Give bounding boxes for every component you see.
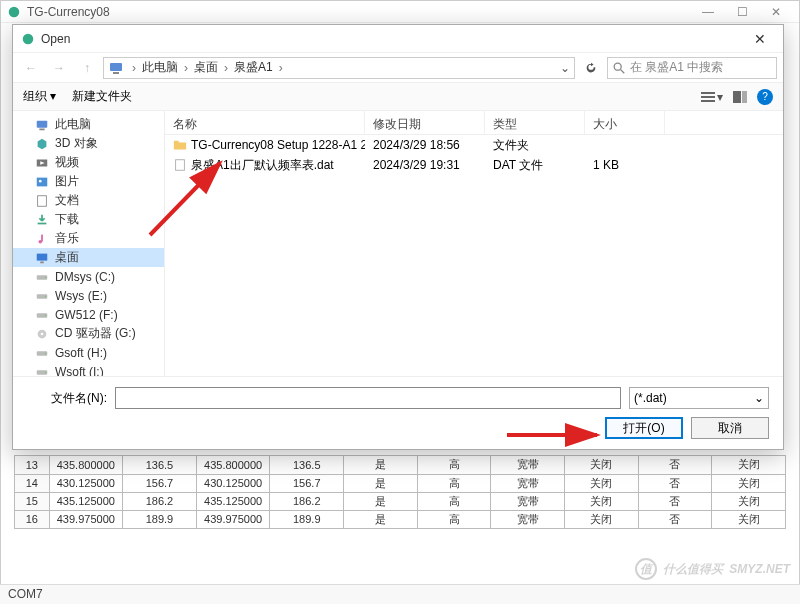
video-icon bbox=[35, 156, 49, 170]
svg-rect-16 bbox=[38, 195, 47, 206]
tree-item-pics[interactable]: 图片 bbox=[13, 172, 164, 191]
drive-icon bbox=[35, 346, 49, 360]
col-date[interactable]: 修改日期 bbox=[365, 111, 485, 134]
app-icon bbox=[7, 5, 21, 19]
tree-item-docs[interactable]: 文档 bbox=[13, 191, 164, 210]
dl-icon bbox=[35, 213, 49, 227]
tree-item-pc[interactable]: 此电脑 bbox=[13, 115, 164, 134]
organize-menu[interactable]: 组织 ▾ bbox=[23, 88, 56, 105]
filename-input[interactable] bbox=[115, 387, 621, 409]
channel-table[interactable]: 13435.800000136.5435.800000136.5是高宽带关闭否关… bbox=[14, 455, 786, 529]
svg-rect-21 bbox=[40, 261, 44, 263]
app-icon bbox=[21, 32, 35, 46]
dialog-nav-bar: ← → ↑ › 此电脑 › 桌面 › 泉盛A1 › ⌄ 在 泉盛A1 中搜索 bbox=[13, 53, 783, 83]
col-name[interactable]: 名称 bbox=[165, 111, 365, 134]
table-row[interactable]: 15435.125000186.2435.125000186.2是高宽带关闭否关… bbox=[15, 492, 786, 510]
nav-forward-button[interactable]: → bbox=[47, 57, 71, 79]
crumb-folder[interactable]: 泉盛A1 bbox=[232, 59, 275, 76]
watermark: 值 什么值得买 SMYZ.NET bbox=[635, 558, 790, 580]
docs-icon bbox=[35, 194, 49, 208]
tree-item-desktop[interactable]: 桌面 bbox=[13, 248, 164, 267]
search-input[interactable]: 在 泉盛A1 中搜索 bbox=[607, 57, 777, 79]
search-placeholder: 在 泉盛A1 中搜索 bbox=[630, 59, 723, 76]
maximize-button[interactable]: ☐ bbox=[725, 2, 759, 22]
drive-icon bbox=[35, 308, 49, 322]
tree-item-drive[interactable]: GW512 (F:) bbox=[13, 305, 164, 324]
dialog-toolbar: 组织 ▾ 新建文件夹 ▾ ? bbox=[13, 83, 783, 111]
col-type[interactable]: 类型 bbox=[485, 111, 585, 134]
close-button[interactable]: ✕ bbox=[759, 2, 793, 22]
minimize-button[interactable]: — bbox=[691, 2, 725, 22]
chevron-down-icon: ⌄ bbox=[754, 391, 764, 405]
refresh-icon bbox=[584, 61, 598, 75]
svg-point-31 bbox=[45, 352, 46, 353]
svg-rect-7 bbox=[701, 96, 715, 98]
svg-point-29 bbox=[41, 332, 44, 335]
svg-line-5 bbox=[621, 69, 625, 73]
drive-icon bbox=[35, 270, 49, 284]
tree-item-drive[interactable]: Wsoft (I:) bbox=[13, 362, 164, 376]
table-row[interactable]: 13435.800000136.5435.800000136.5是高宽带关闭否关… bbox=[15, 456, 786, 474]
refresh-button[interactable] bbox=[579, 57, 603, 79]
svg-rect-3 bbox=[113, 72, 119, 74]
nav-back-button[interactable]: ← bbox=[19, 57, 43, 79]
tree-item-cd[interactable]: CD 驱动器 (G:) bbox=[13, 324, 164, 343]
table-row[interactable]: 14430.125000156.7430.125000156.7是高宽带关闭否关… bbox=[15, 474, 786, 492]
folder-tree[interactable]: 此电脑3D 对象视频图片文档下载音乐桌面DMsys (C:)Wsys (E:)G… bbox=[13, 111, 165, 376]
watermark-icon: 值 bbox=[635, 558, 657, 580]
drive-icon bbox=[35, 289, 49, 303]
file-row[interactable]: TG-Currency08 Setup 1228-A1 2024-...2024… bbox=[165, 135, 783, 155]
tree-item-drive[interactable]: DMsys (C:) bbox=[13, 267, 164, 286]
crumb-desktop[interactable]: 桌面 bbox=[192, 59, 220, 76]
filetype-combo[interactable]: (*.dat) ⌄ bbox=[629, 387, 769, 409]
svg-point-15 bbox=[39, 179, 42, 182]
svg-rect-12 bbox=[39, 128, 44, 130]
drive-icon bbox=[35, 365, 49, 377]
tree-item-video[interactable]: 视频 bbox=[13, 153, 164, 172]
svg-rect-19 bbox=[41, 234, 43, 241]
cancel-button[interactable]: 取消 bbox=[691, 417, 769, 439]
file-row[interactable]: 泉盛A1出厂默认频率表.dat2024/3/29 19:31DAT 文件1 KB bbox=[165, 155, 783, 175]
file-icon bbox=[173, 158, 187, 172]
music-icon bbox=[35, 232, 49, 246]
tree-item-drive[interactable]: Gsoft (H:) bbox=[13, 343, 164, 362]
pc-icon bbox=[108, 60, 124, 76]
file-list[interactable]: 名称 修改日期 类型 大小 TG-Currency08 Setup 1228-A… bbox=[165, 111, 783, 376]
svg-rect-20 bbox=[37, 253, 48, 260]
chevron-down-icon: ▾ bbox=[717, 90, 723, 104]
status-bar: COM7 bbox=[0, 584, 800, 604]
nav-up-button[interactable]: ↑ bbox=[75, 57, 99, 79]
3d-icon bbox=[35, 137, 49, 151]
crumb-pc[interactable]: 此电脑 bbox=[140, 59, 180, 76]
help-button[interactable]: ? bbox=[757, 89, 773, 105]
main-window-title: TG-Currency08 bbox=[27, 5, 691, 19]
file-list-header[interactable]: 名称 修改日期 类型 大小 bbox=[165, 111, 783, 135]
open-button[interactable]: 打开(O) bbox=[605, 417, 683, 439]
svg-point-23 bbox=[45, 276, 46, 277]
dialog-titlebar: Open ✕ bbox=[13, 25, 783, 53]
svg-rect-9 bbox=[733, 91, 741, 103]
cd-icon bbox=[35, 327, 49, 341]
tree-item-3d[interactable]: 3D 对象 bbox=[13, 134, 164, 153]
chevron-right-icon: › bbox=[275, 61, 287, 75]
preview-pane-button[interactable] bbox=[733, 91, 747, 103]
breadcrumb-dropdown[interactable]: ⌄ bbox=[556, 61, 574, 75]
tree-item-drive[interactable]: Wsys (E:) bbox=[13, 286, 164, 305]
svg-point-25 bbox=[45, 295, 46, 296]
breadcrumb[interactable]: › 此电脑 › 桌面 › 泉盛A1 › ⌄ bbox=[103, 57, 575, 79]
table-row[interactable]: 16439.975000189.9439.975000189.9是高宽带关闭否关… bbox=[15, 510, 786, 528]
folder-icon bbox=[173, 138, 187, 152]
tree-item-music[interactable]: 音乐 bbox=[13, 229, 164, 248]
svg-rect-17 bbox=[38, 222, 47, 224]
chevron-right-icon: › bbox=[220, 61, 232, 75]
tree-item-dl[interactable]: 下载 bbox=[13, 210, 164, 229]
col-size[interactable]: 大小 bbox=[585, 111, 665, 134]
open-file-dialog: Open ✕ ← → ↑ › 此电脑 › 桌面 › 泉盛A1 › ⌄ 在 泉盛A… bbox=[12, 24, 784, 450]
new-folder-button[interactable]: 新建文件夹 bbox=[72, 88, 132, 105]
chevron-right-icon: › bbox=[180, 61, 192, 75]
svg-point-33 bbox=[45, 371, 46, 372]
svg-rect-11 bbox=[37, 120, 48, 127]
dialog-close-button[interactable]: ✕ bbox=[745, 31, 775, 47]
view-mode-button[interactable]: ▾ bbox=[701, 90, 723, 104]
dialog-title: Open bbox=[41, 32, 745, 46]
